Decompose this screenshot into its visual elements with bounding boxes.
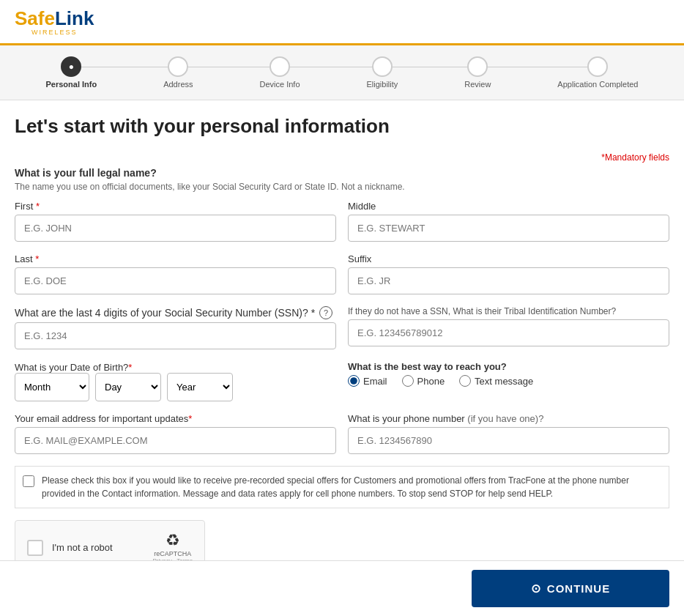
recaptcha-logo: ♻ reCAPTCHA Privacy · Terms (152, 531, 193, 564)
radio-email-input[interactable] (348, 375, 360, 387)
dob-selects: Month JanuaryFebruaryMarch AprilMayJune … (15, 373, 336, 401)
ssn-group: What are the last 4 digits of your Socia… (15, 306, 336, 349)
first-middle-row: First * Middle (15, 201, 669, 242)
step-circle-completed (587, 56, 608, 77)
first-name-input[interactable] (15, 215, 336, 242)
last-name-input[interactable] (15, 267, 336, 294)
step-review: Review (464, 56, 491, 89)
radio-phone-input[interactable] (402, 375, 414, 387)
middle-name-label: Middle (348, 201, 669, 212)
continue-icon: ⊙ (531, 582, 541, 595)
logo-wireless: WIRELESS (15, 29, 94, 36)
radio-phone-label: Phone (417, 376, 445, 387)
day-select[interactable]: Day 1234 5678 910 (95, 373, 161, 401)
progress-bar: ● Personal Info Address Device Info Elig… (0, 45, 684, 100)
contact-label: What is the best way to reach you? (348, 361, 669, 372)
logo-safe: Safe (15, 7, 55, 29)
step-label-address: Address (163, 80, 193, 89)
logo-link: Link (55, 7, 94, 29)
phone-group: What is your phone number (if you have o… (348, 413, 669, 454)
recaptcha-label: I'm not a robot (52, 542, 113, 553)
logo: SafeLink WIRELESS (15, 7, 94, 36)
suffix-group: Suffix (348, 253, 669, 294)
radio-text-input[interactable] (459, 375, 471, 387)
email-label: Your email address for important updates… (15, 413, 336, 424)
step-circle-device-info (269, 56, 290, 77)
footer-bar: ⊙ CONTINUE (0, 560, 684, 616)
step-label-eligibility: Eligibility (367, 80, 398, 89)
recaptcha-checkbox[interactable] (27, 540, 43, 556)
tribal-label: If they do not have a SSN, What is their… (348, 306, 669, 316)
middle-name-input[interactable] (348, 215, 669, 242)
mandatory-note: *Mandatory fields (15, 152, 669, 163)
last-name-group: Last * (15, 253, 336, 294)
step-label-completed: Application Completed (557, 80, 638, 89)
last-suffix-row: Last * Suffix (15, 253, 669, 294)
tribal-group: If they do not have a SSN, What is their… (348, 306, 669, 346)
step-device-info: Device Info (260, 56, 300, 89)
step-eligibility: Eligibility (367, 56, 398, 89)
steps-container: ● Personal Info Address Device Info Elig… (12, 56, 672, 89)
step-circle-review (467, 56, 488, 77)
first-name-group: First * (15, 201, 336, 242)
suffix-label: Suffix (348, 253, 669, 264)
radio-text[interactable]: Text message (459, 375, 533, 387)
radio-email-label: Email (363, 376, 387, 387)
ssn-help-icon[interactable]: ? (319, 306, 332, 319)
email-phone-row: Your email address for important updates… (15, 413, 669, 454)
ssn-abbr: (SSN)? (275, 307, 308, 319)
page-title: Let's start with your personal informati… (15, 115, 669, 138)
phone-input[interactable] (348, 427, 669, 454)
radio-phone[interactable]: Phone (402, 375, 445, 387)
last-name-label: Last * (15, 253, 336, 264)
suffix-input[interactable] (348, 267, 669, 294)
ssn-input[interactable] (15, 322, 336, 349)
recaptcha-brand: reCAPTCHA (154, 550, 191, 557)
step-label-review: Review (464, 80, 491, 89)
promo-checkbox-text: Please check this box if you would like … (42, 474, 661, 500)
step-circle-eligibility (372, 56, 393, 77)
radio-text-label: Text message (475, 376, 533, 387)
continue-label: CONTINUE (547, 582, 610, 595)
contact-col: What is the best way to reach you? Email… (348, 361, 669, 387)
step-label-personal-info: Personal Info (45, 80, 97, 89)
month-select[interactable]: Month JanuaryFebruaryMarch AprilMayJune … (15, 373, 89, 401)
step-address: Address (163, 56, 193, 89)
step-label-device-info: Device Info (260, 80, 300, 89)
dob-contact-row: What is your Date of Birth?* Month Janua… (15, 361, 669, 401)
phone-label: What is your phone number (if you have o… (348, 413, 669, 424)
step-personal-info: ● Personal Info (45, 56, 97, 89)
dob-col: What is your Date of Birth?* Month Janua… (15, 361, 336, 401)
year-select[interactable]: Year 202420232000 199919901980 197019601… (167, 373, 233, 401)
phone-label-suffix: (if you have one)? (467, 413, 543, 424)
name-question: What is your full legal name? (15, 167, 669, 179)
ssn-tribal-row: What are the last 4 digits of your Socia… (15, 306, 669, 349)
main-content: Let's start with your personal informati… (0, 100, 684, 616)
ssn-label-group: What are the last 4 digits of your Socia… (15, 306, 336, 319)
promo-checkbox-row: Please check this box if you would like … (15, 466, 669, 508)
continue-button[interactable]: ⊙ CONTINUE (472, 570, 669, 607)
header: SafeLink WIRELESS (0, 0, 684, 45)
email-input[interactable] (15, 427, 336, 454)
step-application-completed: Application Completed (557, 56, 638, 89)
promo-checkbox[interactable] (23, 475, 34, 487)
dob-label: What is your Date of Birth?* (15, 362, 132, 373)
first-name-label: First * (15, 201, 336, 212)
ssn-label: What are the last 4 digits of your Socia… (15, 307, 315, 319)
name-subtitle: The name you use on official documents, … (15, 182, 669, 192)
tribal-input[interactable] (348, 319, 669, 346)
recaptcha-icon: ♻ (166, 531, 180, 550)
step-circle-personal-info: ● (61, 56, 81, 77)
contact-radio-group: Email Phone Text message (348, 375, 669, 387)
middle-name-group: Middle (348, 201, 669, 242)
email-group: Your email address for important updates… (15, 413, 336, 454)
radio-email[interactable]: Email (348, 375, 387, 387)
step-circle-address (168, 56, 188, 77)
